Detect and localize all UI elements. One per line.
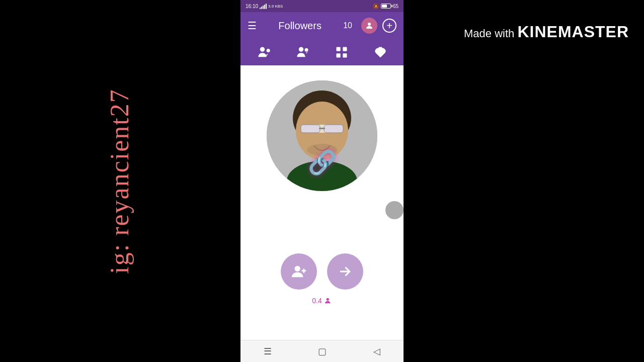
network-speed: 3.9 KBS [268, 4, 283, 9]
svg-point-0 [368, 23, 371, 26]
battery-level [382, 5, 387, 8]
svg-rect-7 [336, 53, 340, 57]
profile-avatar: 🔗 [267, 80, 377, 191]
add-icon[interactable]: + [382, 19, 396, 33]
volume-icon: 🔕 [373, 4, 379, 9]
arrow-right-icon [338, 264, 353, 279]
tab-bar [240, 39, 404, 65]
hamburger-menu-icon[interactable]: ☰ [248, 20, 257, 32]
left-panel: ig: reyancient27 [0, 0, 239, 362]
signal-bar-1 [260, 8, 261, 9]
right-panel: Made with KINEMASTER [404, 0, 644, 362]
side-button-icon [390, 206, 398, 214]
nav-icons: + [361, 18, 396, 34]
page-title: Followers [263, 20, 337, 32]
svg-point-23 [327, 298, 329, 301]
favorites-tab-icon [373, 45, 387, 59]
status-right: 🔕 65 [373, 4, 398, 9]
kinemaster-brand: KINEMASTER [517, 23, 629, 41]
battery-icon [381, 4, 391, 9]
instagram-handle: ig: reyancient27 [105, 88, 134, 274]
avatar-image: 🔗 [267, 80, 377, 191]
tab-followers[interactable] [253, 41, 275, 63]
link-animation-overlay: 🔗 [308, 149, 337, 176]
phone-screen: 16:10 3.9 KBS 🔕 65 ☰ Followers 10 [240, 0, 404, 362]
made-with-label: Made with [464, 27, 517, 40]
kinemaster-watermark: Made with KINEMASTER [464, 23, 629, 41]
signal-bar-2 [261, 7, 262, 9]
action-buttons [281, 253, 363, 290]
time-display: 16:10 [246, 4, 258, 9]
users-grid-tab-icon [335, 45, 349, 59]
svg-rect-5 [336, 47, 340, 51]
signal-bar-5 [266, 4, 267, 9]
profile-icon[interactable] [361, 18, 377, 34]
svg-point-3 [298, 47, 303, 52]
main-content: 🔗 [240, 65, 404, 340]
score-value: 0.4 [312, 297, 321, 305]
svg-rect-9 [378, 47, 382, 50]
svg-rect-8 [343, 53, 347, 57]
bottom-menu-icon[interactable]: ☰ [264, 346, 272, 357]
svg-rect-14 [301, 125, 320, 133]
svg-rect-6 [343, 47, 347, 51]
tab-favorites[interactable] [369, 41, 391, 63]
followers-tab-icon [257, 45, 271, 59]
add-user-icon [290, 263, 307, 280]
signal-bar-3 [263, 6, 264, 9]
signal-bars [260, 3, 267, 9]
svg-rect-15 [324, 125, 343, 133]
svg-point-19 [391, 207, 398, 214]
followers-count: 10 [343, 21, 352, 30]
status-left: 16:10 3.9 KBS [246, 3, 283, 9]
tab-users-grid[interactable] [331, 41, 353, 63]
bottom-nav-bar: ☰ ▢ ◁ [240, 340, 404, 362]
following-tab-icon [296, 45, 310, 59]
tab-following[interactable] [292, 41, 314, 63]
bottom-home-icon[interactable]: ▢ [318, 346, 327, 357]
side-scroll-button[interactable] [385, 201, 404, 219]
score-label: 0.4 [312, 297, 332, 305]
svg-point-2 [266, 49, 270, 52]
score-user-icon [324, 297, 332, 305]
bottom-back-icon[interactable]: ◁ [373, 346, 380, 357]
battery-percent: 65 [393, 4, 398, 9]
svg-point-4 [304, 48, 308, 52]
top-nav-bar: ☰ Followers 10 + [240, 12, 404, 39]
svg-point-1 [260, 47, 264, 52]
signal-bar-4 [264, 5, 265, 9]
status-bar: 16:10 3.9 KBS 🔕 65 [240, 0, 404, 12]
svg-rect-16 [319, 128, 325, 129]
add-follower-button[interactable] [281, 253, 317, 290]
navigate-button[interactable] [327, 253, 363, 290]
svg-point-20 [295, 266, 300, 272]
plus-symbol: + [386, 20, 392, 32]
